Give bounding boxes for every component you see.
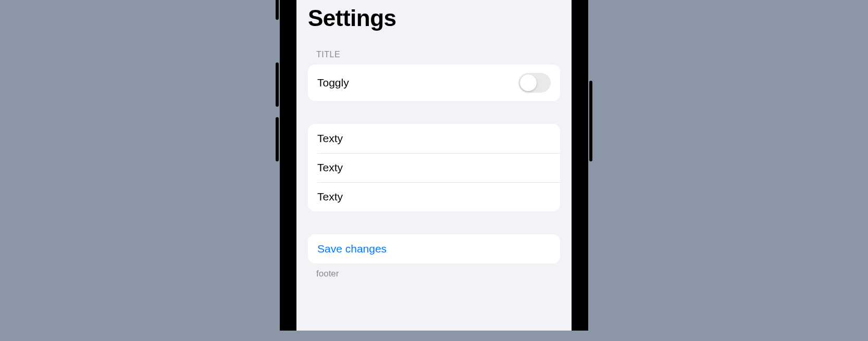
- device-volume-down-button: [276, 117, 279, 161]
- section-toggle: TITLE Toggly: [296, 50, 572, 101]
- list-item[interactable]: Texty: [308, 153, 560, 182]
- list-item-label: Texty: [317, 161, 343, 174]
- list-item-label: Texty: [317, 132, 343, 145]
- device-body: Settings TITLE Toggly Texty: [280, 0, 588, 331]
- list-item[interactable]: Texty: [308, 182, 560, 211]
- save-changes-label: Save changes: [317, 243, 387, 255]
- section-header: TITLE: [308, 50, 560, 65]
- settings-screen: Settings TITLE Toggly Texty: [296, 0, 572, 331]
- list-item[interactable]: Texty: [308, 124, 560, 153]
- section-footer: footer: [308, 263, 560, 279]
- page-title: Settings: [296, 0, 572, 31]
- save-changes-button[interactable]: Save changes: [308, 234, 560, 263]
- section-action-card: Save changes: [308, 234, 560, 263]
- toggle-row[interactable]: Toggly: [308, 65, 560, 101]
- device-volume-up-button: [276, 62, 279, 107]
- toggle-row-label: Toggly: [317, 77, 349, 89]
- toggle-knob: [520, 74, 537, 91]
- device-side-button: [276, 0, 279, 20]
- section-toggle-card: Toggly: [308, 65, 560, 101]
- list-item-label: Texty: [317, 191, 343, 203]
- section-list-card: Texty Texty Texty: [308, 124, 560, 211]
- section-list: Texty Texty Texty: [296, 124, 572, 211]
- section-action: Save changes footer: [296, 234, 572, 279]
- device-power-button: [589, 81, 592, 161]
- device-frame: Settings TITLE Toggly Texty: [272, 0, 596, 331]
- toggle-switch[interactable]: [518, 73, 551, 93]
